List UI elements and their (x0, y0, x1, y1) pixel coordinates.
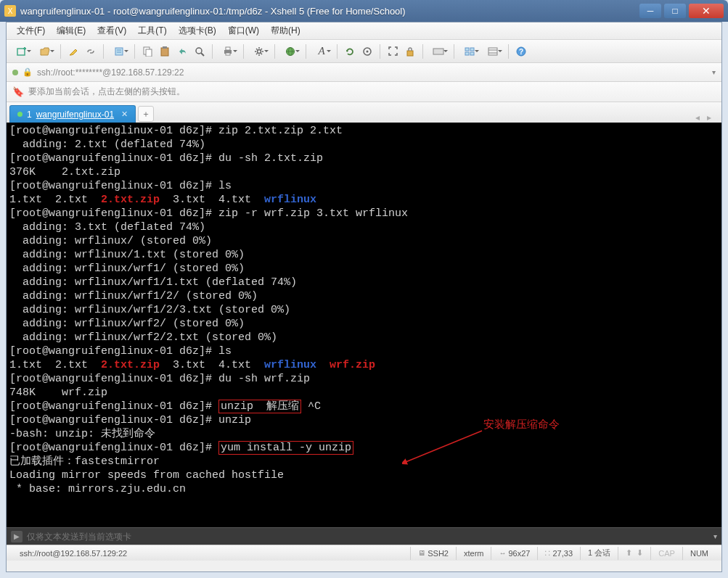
menu-edit[interactable]: 编辑(E) (52, 23, 90, 38)
svg-rect-21 (407, 51, 413, 56)
status-pos: ⸬27,33 (537, 547, 580, 560)
menu-view[interactable]: 查看(V) (93, 23, 131, 38)
address-text[interactable]: ssh://root:********@192.168.57.129:22 (37, 67, 184, 78)
menu-window[interactable]: 窗口(W) (224, 23, 263, 38)
menu-help[interactable]: 帮助(H) (266, 23, 305, 38)
svg-rect-22 (433, 49, 443, 54)
reload-icon[interactable] (342, 44, 358, 59)
status-ssh: 🖥SSH2 (410, 547, 456, 560)
fullscreen-icon[interactable] (385, 44, 401, 59)
svg-rect-26 (470, 48, 474, 51)
svg-rect-3 (115, 48, 123, 55)
window-titlebar: X wangruifenglinux-01 - root@wangruifeng… (0, 0, 728, 22)
svg-point-20 (367, 50, 369, 52)
layout-icon[interactable] (459, 44, 480, 59)
pos-icon: ⸬ (545, 549, 550, 558)
settings-icon[interactable] (248, 44, 270, 59)
ssh-icon: 🖥 (418, 549, 425, 557)
status-cap: CAP (650, 547, 682, 560)
svg-rect-0 (17, 49, 25, 55)
properties-icon[interactable] (108, 44, 130, 59)
send-input[interactable] (27, 532, 709, 542)
tab-name: wangruifenglinux-01 (36, 110, 114, 120)
bookmark-icon[interactable]: 🔖 (12, 86, 24, 97)
sendbar: ▶ ▾ (7, 527, 721, 545)
status-address: ssh://root@192.168.57.129:22 (12, 547, 410, 560)
infobar: 🔖 要添加当前会话，点击左侧的箭头按钮。 (7, 82, 721, 102)
menu-tools[interactable]: 工具(T) (134, 23, 171, 38)
paste-icon[interactable] (157, 44, 173, 59)
search-icon[interactable] (192, 44, 208, 59)
lock-icon[interactable] (402, 44, 418, 59)
addressbar: 🔒 ssh://root:********@192.168.57.129:22 … (7, 63, 721, 82)
send-icon[interactable]: ▶ (11, 531, 23, 542)
svg-text:?: ? (519, 48, 523, 56)
tab-index: 1 (27, 110, 32, 120)
svg-rect-7 (146, 49, 152, 57)
svg-line-11 (201, 53, 204, 56)
help-icon[interactable]: ? (513, 44, 529, 59)
app-frame: 文件(F) 编辑(E) 查看(V) 工具(T) 选项卡(B) 窗口(W) 帮助(… (6, 22, 722, 572)
infobar-text: 要添加当前会话，点击左侧的箭头按钮。 (28, 86, 185, 98)
open-icon[interactable] (34, 44, 56, 59)
toolbar: A ? (7, 40, 721, 63)
svg-rect-28 (470, 52, 474, 55)
status-sessions: 1 会话 (580, 547, 618, 560)
menubar: 文件(F) 编辑(E) 查看(V) 工具(T) 选项卡(B) 窗口(W) 帮助(… (7, 22, 721, 40)
menu-file[interactable]: 文件(F) (12, 23, 49, 38)
svg-rect-25 (465, 48, 469, 51)
status-updown: ⬆ ⬇ (618, 547, 650, 560)
svg-rect-29 (488, 48, 497, 55)
status-size: ↔96x27 (491, 547, 537, 560)
tabbar: 1 wangruifenglinux-01 ✕ ＋ ◂ ▸ (7, 102, 721, 123)
add-tab-button[interactable]: ＋ (138, 106, 154, 122)
svg-point-10 (196, 48, 202, 54)
lock-icon: 🔒 (23, 67, 33, 77)
terminal[interactable]: [root@wangruifenglinux-01 d6z]# zip 2.tx… (7, 123, 721, 527)
tab-next-icon[interactable]: ▸ (704, 112, 714, 123)
new-session-icon[interactable] (11, 44, 33, 59)
maximize-button[interactable]: □ (664, 4, 686, 18)
annotation-text: 安装解压缩命令 (483, 418, 560, 432)
keyboard-icon[interactable] (428, 44, 449, 59)
statusbar: ssh://root@192.168.57.129:22 🖥SSH2 xterm… (7, 545, 721, 561)
svg-rect-9 (163, 46, 167, 49)
address-dropdown-icon[interactable]: ▾ (712, 68, 716, 76)
svg-rect-14 (226, 53, 230, 55)
size-icon: ↔ (499, 549, 506, 557)
link-icon[interactable] (83, 44, 99, 59)
window-title: wangruifenglinux-01 - root@wangruifengli… (20, 6, 639, 17)
svg-rect-27 (465, 52, 469, 55)
minimize-button[interactable]: ─ (639, 4, 661, 18)
target-icon[interactable] (359, 44, 375, 59)
undo-icon[interactable] (174, 44, 190, 59)
status-term: xterm (456, 547, 491, 560)
svg-point-15 (258, 49, 261, 53)
connection-status-dot (12, 70, 18, 75)
tab-prev-icon[interactable]: ◂ (692, 112, 703, 123)
tab-status-dot (17, 112, 23, 117)
copy-icon[interactable] (139, 44, 155, 59)
send-dropdown-icon[interactable]: ▾ (713, 532, 717, 540)
svg-rect-8 (161, 48, 168, 56)
window-controls: ─ □ ✕ (639, 4, 724, 18)
print-icon[interactable] (217, 44, 239, 59)
tab-close-icon[interactable]: ✕ (121, 110, 128, 119)
app-icon: X (4, 5, 16, 17)
font-icon[interactable]: A (311, 44, 332, 59)
menu-tabs[interactable]: 选项卡(B) (174, 23, 221, 38)
tile-icon[interactable] (482, 44, 504, 59)
globe-icon[interactable] (279, 44, 301, 59)
highlighter-icon[interactable] (65, 44, 81, 59)
status-num: NUM (682, 547, 716, 560)
close-button[interactable]: ✕ (689, 4, 724, 18)
session-tab[interactable]: 1 wangruifenglinux-01 ✕ (9, 105, 136, 123)
svg-rect-13 (226, 47, 230, 50)
